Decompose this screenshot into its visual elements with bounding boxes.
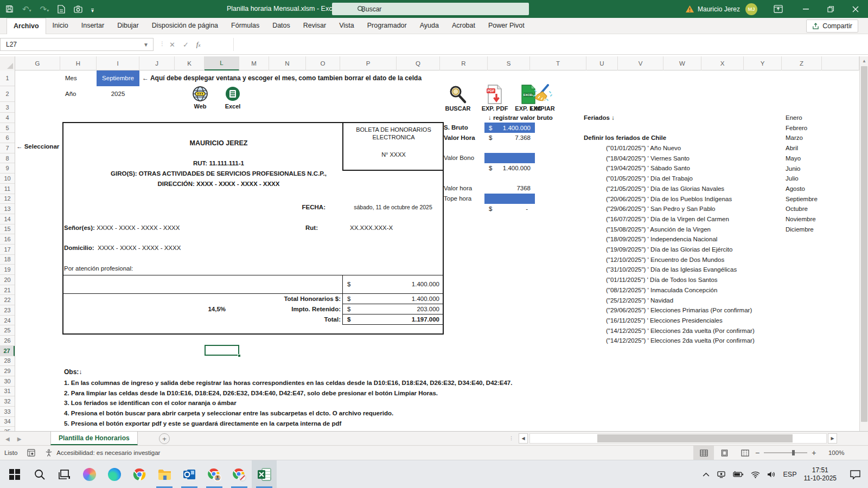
vertical-scrollbar[interactable]: ▲ ▼ [859,56,868,444]
zoom-out-button[interactable]: − [755,448,760,457]
row-header-6[interactable]: 6 [0,133,15,143]
column-header-S[interactable]: S [488,56,530,70]
ribbon-tab-disposición-de-página[interactable]: Disposición de página [145,18,225,34]
row-header-21[interactable]: 21 [0,285,15,296]
macro-record-icon[interactable] [27,449,35,457]
row-header-4[interactable]: 4 [0,113,15,123]
battery-icon[interactable] [733,471,744,478]
mes-value-cell[interactable]: Septiembre [97,70,139,86]
column-header-partial[interactable] [822,56,859,70]
row-header-29[interactable]: 29 [0,366,15,376]
ribbon-tab-insertar[interactable]: Insertar [75,18,111,34]
start-button[interactable] [2,460,27,488]
column-header-N[interactable]: N [269,56,306,70]
row-header-2[interactable]: 2 [0,86,15,102]
ribbon-tab-acrobat[interactable]: Acrobat [445,18,482,34]
avatar[interactable]: MJ [745,3,757,15]
tray-expand-icon[interactable] [703,472,710,477]
ribbon-tab-datos[interactable]: Datos [266,18,297,34]
row-header-22[interactable]: 22 [0,295,15,305]
limpiar-button[interactable]: LIMPIAR [524,84,561,112]
enter-formula-icon[interactable]: ✓ [183,41,189,49]
new-sheet-button[interactable]: + [159,433,170,444]
language-indicator[interactable]: ESP [783,471,796,478]
zoom-slider-thumb[interactable] [792,450,795,455]
ribbon-tab-ayuda[interactable]: Ayuda [413,18,445,34]
cancel-formula-icon[interactable]: ✕ [169,41,175,49]
column-header-Y[interactable]: Y [744,56,782,70]
row-header-24[interactable]: 24 [0,316,15,326]
accessibility-status[interactable]: Accesibilidad: es necesario investigar [56,450,160,456]
row-header-16[interactable]: 16 [0,234,15,245]
close-button[interactable] [843,0,868,18]
row-header-19[interactable]: 19 [0,265,15,275]
column-header-H[interactable]: H [60,56,97,70]
row-header-31[interactable]: 31 [0,387,15,397]
zoom-percent[interactable]: 100% [820,450,844,456]
column-header-Q[interactable]: Q [397,56,440,70]
task-view-button[interactable] [52,460,77,488]
qat-customize-icon[interactable]: ▾ [91,8,94,10]
excel-taskbar-icon[interactable] [252,460,277,488]
row-header-14[interactable]: 14 [0,214,15,224]
buscar-button[interactable]: BUSCAR [439,84,476,112]
scroll-up-icon[interactable]: ▲ [860,56,868,66]
valorbono-cell[interactable] [484,153,535,163]
warning-icon[interactable] [685,5,694,13]
search-box[interactable]: Buscar [332,3,529,15]
volume-icon[interactable] [767,471,776,478]
hscroll-right-icon[interactable]: ▶ [828,433,837,444]
ribbon-display-options-icon[interactable] [767,0,789,18]
column-header-R[interactable]: R [440,56,488,70]
row-header-26[interactable]: 26 [0,336,15,346]
row-header-5[interactable]: 5 [0,123,15,133]
formula-input[interactable] [233,38,859,51]
outlook-icon[interactable] [177,460,202,488]
row-header-8[interactable]: 8 [0,153,15,164]
chrome-icon[interactable] [127,460,152,488]
row-header-11[interactable]: 11 [0,184,15,194]
column-header-X[interactable]: X [701,56,744,70]
column-header-L[interactable]: L [205,56,239,70]
ribbon-tab-programador[interactable]: Programador [361,18,413,34]
row-header-10[interactable]: 10 [0,174,15,184]
new-document-icon[interactable] [58,5,65,14]
row-header-20[interactable]: 20 [0,275,15,285]
chrome-profile-icon[interactable] [202,460,227,488]
row-header-9[interactable]: 9 [0,163,15,174]
display-connect-icon[interactable] [717,471,726,478]
ribbon-tab-power-pivot[interactable]: Power Pivot [482,18,531,34]
page-layout-view-button[interactable] [714,446,735,460]
column-header-V[interactable]: V [618,56,663,70]
ribbon-tab-revisar[interactable]: Revisar [297,18,333,34]
column-header-Z[interactable]: Z [782,56,822,70]
select-all-corner[interactable] [0,56,15,70]
edge-icon[interactable] [102,460,127,488]
sbruto-cell[interactable]: $1.400.000 [484,123,535,133]
row-header-13[interactable]: 13 [0,204,15,214]
excel-link-button[interactable]: Excel [225,86,241,110]
column-header-U[interactable]: U [586,56,618,70]
copilot-icon[interactable] [77,460,102,488]
zoom-slider[interactable] [764,452,807,453]
row-header-30[interactable]: 30 [0,376,15,387]
horizontal-scroll-thumb[interactable] [597,434,793,442]
column-header-J[interactable]: J [139,56,175,70]
insert-function-icon[interactable]: fx [196,40,201,49]
redo-icon[interactable]: ↷▾ [40,4,49,14]
restore-button[interactable] [818,0,843,18]
camera-icon[interactable] [74,5,82,13]
prev-sheet-icon[interactable]: ◀ [5,436,10,442]
zoom-in-button[interactable]: + [812,448,816,457]
row-header-17[interactable]: 17 [0,245,15,255]
row-header-7[interactable]: 7 [0,143,15,153]
share-button[interactable]: Compartir [806,20,858,33]
row-header-34[interactable]: 34 [0,417,15,427]
row-header-32[interactable]: 32 [0,396,15,407]
column-header-O[interactable]: O [306,56,340,70]
row-header-15[interactable]: 15 [0,224,15,235]
row-header-18[interactable]: 18 [0,255,15,265]
row-header-1[interactable]: 1 [0,70,15,86]
save-icon[interactable] [5,5,14,13]
wifi-icon[interactable] [751,471,760,478]
